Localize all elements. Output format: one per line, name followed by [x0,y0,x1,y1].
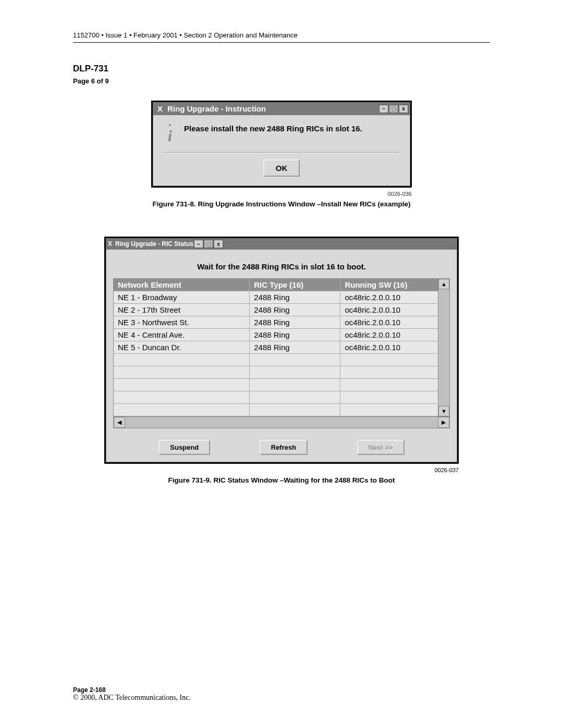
cell-network-element: NE 2 - 17th Street [114,304,250,316]
scroll-left-icon[interactable]: ◀ [114,417,125,428]
cell-network-element: NE 1 - Broadway [114,291,250,304]
cell-ric-type [250,379,340,391]
cell-running-sw [340,354,438,366]
cell-running-sw [340,404,438,416]
cell-running-sw [340,379,438,391]
scroll-track[interactable] [125,417,438,428]
cell-ric-type [250,404,340,416]
scroll-down-icon[interactable]: ▼ [438,406,449,416]
vertical-scrollbar[interactable]: ▲ ▼ [438,278,450,417]
table-header: Network Element RIC Type (16) Running SW… [114,279,438,291]
cell-ric-type: 2488 Ring [250,316,340,329]
cell-ric-type: 2488 Ring [250,291,340,304]
system-menu-icon[interactable]: X [155,104,165,113]
wait-message: Wait for the 2488 Ring RICs in slot 16 t… [113,262,450,271]
figure-caption: Figure 731-9. RIC Status Window –Waiting… [73,476,490,484]
horizontal-scrollbar[interactable]: ◀ ▶ [113,417,450,428]
system-menu-icon[interactable]: X [108,240,112,248]
table-row[interactable]: NE 2 - 17th Street2488 Ringoc48ric.2.0.0… [114,304,438,316]
scroll-up-icon[interactable]: ▲ [438,279,449,289]
titlebar: X Ring Upgrade - RIC Status – ▢ x [106,238,457,250]
table-row[interactable] [114,404,438,416]
table-row[interactable] [114,354,438,366]
window-title: Ring Upgrade - Instruction [165,104,378,113]
instruction-window: X Ring Upgrade - Instruction – ▢ x i Ple… [151,101,412,188]
close-button[interactable]: x [399,105,408,113]
cell-network-element: NE 3 - Northwest St. [114,316,250,329]
page-indicator: Page 6 of 9 [73,77,490,85]
figure-code: 0026-036 [151,191,412,197]
next-button: Next >> [357,440,405,455]
cell-running-sw: oc48ric.2.0.0.10 [340,316,438,329]
cell-running-sw [340,391,438,404]
figure-code: 0026-037 [104,467,459,473]
cell-ric-type: 2488 Ring [250,341,340,354]
cell-ric-type [250,391,340,404]
instruction-message: Please install the new 2488 Ring RICs in… [184,124,362,134]
cell-running-sw: oc48ric.2.0.0.10 [340,341,438,354]
table-row[interactable] [114,366,438,379]
cell-network-element [114,391,250,404]
maximize-button: ▢ [204,240,213,248]
cell-ric-type [250,366,340,379]
table-row[interactable]: NE 3 - Northwest St.2488 Ringoc48ric.2.0… [114,316,438,329]
ric-status-window: X Ring Upgrade - RIC Status – ▢ x Wait f… [104,237,459,464]
cell-network-element: NE 5 - Duncan Dr. [114,341,250,354]
scroll-right-icon[interactable]: ▶ [438,417,449,428]
maximize-button: ▢ [389,105,398,113]
cell-ric-type: 2488 Ring [250,329,340,341]
copyright: © 2000, ADC Telecommunications, Inc. [73,694,191,702]
window-title: Ring Upgrade - RIC Status [112,240,193,248]
cell-network-element [114,404,250,416]
cell-network-element [114,354,250,366]
ok-button[interactable]: OK [263,159,300,177]
page-footer: Page 2-168 © 2000, ADC Telecommunication… [73,686,191,702]
cell-running-sw: oc48ric.2.0.0.10 [340,304,438,316]
cell-running-sw [340,366,438,379]
separator [163,152,400,153]
cell-network-element [114,379,250,391]
cell-network-element [114,366,250,379]
col-network-element[interactable]: Network Element [114,279,250,291]
table-row[interactable] [114,379,438,391]
cell-ric-type [250,354,340,366]
cell-running-sw: oc48ric.2.0.0.10 [340,291,438,304]
minimize-button[interactable]: – [194,240,203,248]
table-row[interactable]: NE 1 - Broadway2488 Ringoc48ric.2.0.0.10 [114,291,438,304]
table-row[interactable] [114,391,438,404]
dlp-title: DLP-731 [73,64,490,74]
cell-network-element: NE 4 - Central Ave. [114,329,250,341]
cell-ric-type: 2488 Ring [250,304,340,316]
close-button[interactable]: x [214,240,223,248]
document-header: 1152700 • Issue 1 • February 2001 • Sect… [73,31,490,43]
ric-status-table: Network Element RIC Type (16) Running SW… [113,278,438,417]
page-number: Page 2-168 [73,686,191,694]
titlebar: X Ring Upgrade - Instruction – ▢ x [153,102,410,115]
minimize-button[interactable]: – [379,105,388,113]
refresh-button[interactable]: Refresh [260,440,308,455]
col-ric-type[interactable]: RIC Type (16) [250,279,340,291]
figure-caption: Figure 731-8. Ring Upgrade Instructions … [73,200,490,208]
suspend-button[interactable]: Suspend [158,440,210,455]
scroll-track[interactable] [438,289,449,406]
table-row[interactable]: NE 5 - Duncan Dr.2488 Ringoc48ric.2.0.0.… [114,341,438,354]
col-running-sw[interactable]: Running SW (16) [340,279,438,291]
info-icon: i [163,124,177,143]
cell-running-sw: oc48ric.2.0.0.10 [340,329,438,341]
table-row[interactable]: NE 4 - Central Ave.2488 Ringoc48ric.2.0.… [114,329,438,341]
